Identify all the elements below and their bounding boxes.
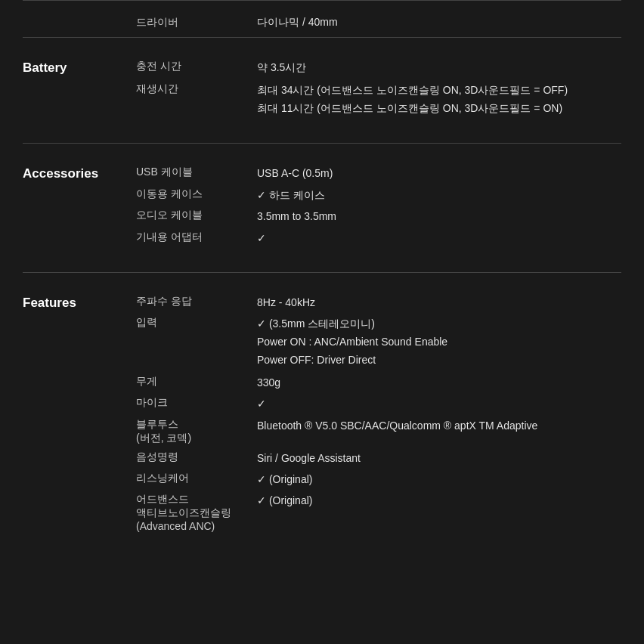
playtime-values: 최대 34시간 (어드밴스드 노이즈캔슬링 ON, 3D사운드필드 = OFF)… [257,82,621,118]
top-spacer [23,16,136,29]
airplane-adapter-label: 기내용 어댑터 [136,230,257,246]
playtime-label: 재생시간 [136,82,257,118]
input-value-0: ✓ (3.5mm 스테레오미니) [257,315,621,333]
usb-cable-row: USB 케이블 USB A-C (0.5m) [136,165,621,181]
features-title: Features [23,294,136,311]
audio-cable-label: 오디오 케이블 [136,208,257,224]
voice-command-label: 음성명령 [136,450,257,466]
charging-time-row: 충전 시간 약 3.5시간 [136,59,621,77]
playtime-value-1: 최대 11시간 (어드밴스드 노이즈캔슬링 ON, 3D사운드필드 = ON) [257,100,621,118]
mic-row: 마이크 ✓ [136,395,621,412]
listening-care-label: 리스닝케어 [136,471,257,488]
weight-value: 330g [257,374,621,391]
battery-section: Battery 충전 시간 약 3.5시간 재생시간 최대 34시간 (어드밴스… [23,37,621,143]
charging-time-values: 약 3.5시간 [257,59,621,77]
mic-label: 마이크 [136,395,257,412]
bluetooth-row: 블루투스 (버전, 코덱) Bluetooth ® V5.0 SBC/AAC/Q… [136,417,621,445]
accessories-section: Accessories USB 케이블 USB A-C (0.5m) 이동용 케… [23,143,621,272]
driver-label: 드라이버 [136,16,257,29]
charging-time-label: 충전 시간 [136,59,257,77]
usb-cable-label: USB 케이블 [136,165,257,181]
playtime-row: 재생시간 최대 34시간 (어드밴스드 노이즈캔슬링 ON, 3D사운드필드 =… [136,82,621,118]
voice-command-value: Siri / Google Assistant [257,450,621,466]
input-values: ✓ (3.5mm 스테레오미니) Power ON : ANC/Ambient … [257,315,621,369]
playtime-value-0: 최대 34시간 (어드밴스드 노이즈캔슬링 ON, 3D사운드필드 = OFF) [257,82,621,100]
frequency-label: 주파수 응답 [136,294,257,311]
mic-value: ✓ [257,395,621,412]
carry-case-row: 이동용 케이스 ✓ 하드 케이스 [136,187,621,203]
carry-case-value: ✓ 하드 케이스 [257,187,621,203]
battery-content: 충전 시간 약 3.5시간 재생시간 최대 34시간 (어드밴스드 노이즈캔슬링… [136,59,621,122]
driver-value: 다이나믹 / 40mm [257,16,338,29]
anc-row: 어드밴스드 액티브노이즈캔슬링 (Advanced ANC) ✓ (Origin… [136,492,621,532]
airplane-adapter-row: 기내용 어댑터 ✓ [136,230,621,246]
audio-cable-row: 오디오 케이블 3.5mm to 3.5mm [136,208,621,224]
input-label: 입력 [136,315,257,369]
bluetooth-value: Bluetooth ® V5.0 SBC/AAC/Qualcomm ® aptX… [257,417,621,445]
accessories-content: USB 케이블 USB A-C (0.5m) 이동용 케이스 ✓ 하드 케이스 … [136,165,621,251]
voice-command-row: 음성명령 Siri / Google Assistant [136,450,621,466]
spec-page: 드라이버 다이나믹 / 40mm Battery 충전 시간 약 3.5시간 재… [0,0,644,558]
battery-title: Battery [23,59,136,76]
features-content: 주파수 응답 8Hz - 40kHz 입력 ✓ (3.5mm 스테레오미니) P… [136,294,621,537]
driver-row: 드라이버 다이나믹 / 40mm [23,0,621,37]
charging-time-value-0: 약 3.5시간 [257,59,621,77]
usb-cable-value: USB A-C (0.5m) [257,165,621,181]
listening-care-value: ✓ (Original) [257,471,621,488]
accessories-title: Accessories [23,165,136,181]
listening-care-row: 리스닝케어 ✓ (Original) [136,471,621,488]
anc-label: 어드밴스드 액티브노이즈캔슬링 (Advanced ANC) [136,492,257,532]
anc-value: ✓ (Original) [257,492,621,532]
driver-content: 드라이버 다이나믹 / 40mm [136,16,338,29]
weight-row: 무게 330g [136,374,621,391]
input-row: 입력 ✓ (3.5mm 스테레오미니) Power ON : ANC/Ambie… [136,315,621,369]
airplane-adapter-value: ✓ [257,230,621,246]
input-value-1: Power ON : ANC/Ambient Sound Enable [257,333,621,351]
bluetooth-label: 블루투스 (버전, 코덱) [136,417,257,445]
weight-label: 무게 [136,374,257,391]
carry-case-label: 이동용 케이스 [136,187,257,203]
features-section: Features 주파수 응답 8Hz - 40kHz 입력 ✓ (3.5mm … [23,272,621,558]
frequency-value: 8Hz - 40kHz [257,294,621,311]
frequency-row: 주파수 응답 8Hz - 40kHz [136,294,621,311]
input-value-2: Power OFF: Driver Direct [257,351,621,370]
audio-cable-value: 3.5mm to 3.5mm [257,208,621,224]
